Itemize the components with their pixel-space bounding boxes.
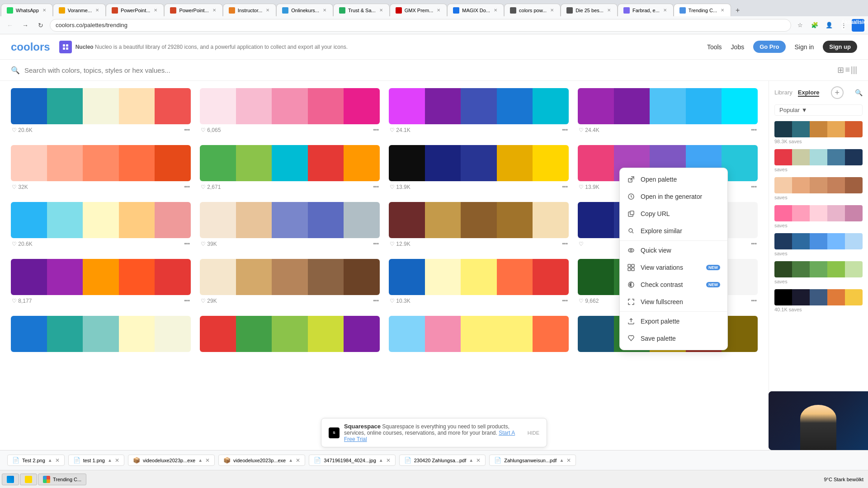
tab-colors[interactable]: colors pow... ✕ (504, 4, 561, 16)
context-menu-copy-url[interactable]: Copy URL (620, 205, 727, 222)
palette-card[interactable]: ♡ 24.1K ••• (389, 88, 569, 136)
update-button[interactable]: Aktualisieren ↻ (852, 19, 864, 32)
tab-close-btn[interactable]: ✕ (322, 7, 327, 14)
context-menu-quick-view[interactable]: Quick view (620, 242, 727, 259)
sidebar-palette-item[interactable]: saves (774, 205, 863, 230)
context-menu-open-palette[interactable]: Open palette (620, 171, 727, 188)
context-menu-view-fullscreen[interactable]: View fullscreen (620, 293, 727, 310)
palette-card[interactable]: ♡ 32K ••• (11, 145, 191, 193)
download-item[interactable]: 📦 videodeluxe2023p...exe ▲ ✕ (128, 455, 215, 466)
palette-card[interactable]: ♡ 39K ••• (200, 202, 380, 250)
sidebar-palette-item[interactable]: saves (774, 233, 863, 258)
tab-trust[interactable]: Trust & Sa... ✕ (333, 4, 390, 16)
sidebar-tab-explore[interactable]: Explore (798, 89, 820, 97)
palette-card[interactable] (200, 316, 380, 352)
download-item[interactable]: 📄 3471961984_4024...jpg ▲ ✕ (309, 455, 396, 466)
download-item[interactable]: 📄 Test 2.png ▲ ✕ (7, 455, 65, 466)
palette-options[interactable]: ••• (562, 184, 568, 190)
tab-farbrad[interactable]: Farbrad, e... ✕ (618, 4, 674, 16)
context-menu-save-palette[interactable]: Save palette (620, 330, 727, 347)
tab-close-btn[interactable]: ✕ (94, 7, 100, 14)
sidebar-palette-item[interactable]: saves (774, 149, 863, 174)
search-input[interactable] (24, 66, 833, 74)
download-item[interactable]: 📄 230420 Zahlungsa...pdf ▲ ✕ (399, 455, 486, 466)
context-menu-explore-similar[interactable]: Explore similar (620, 222, 727, 239)
chevron-up-icon[interactable]: ▲ (379, 458, 383, 463)
close-icon[interactable]: ✕ (476, 457, 481, 464)
sidebar-palette-item[interactable]: saves (774, 177, 863, 202)
compact-view-icon[interactable]: ||| (851, 65, 857, 75)
sidebar-palette-item[interactable]: 98.3K saves (774, 121, 863, 145)
tab-close-btn[interactable]: ✕ (265, 7, 270, 14)
tab-close-btn[interactable]: ✕ (436, 7, 441, 14)
taskbar-chrome[interactable]: Trending C... (38, 474, 86, 485)
tab-close-btn[interactable]: ✕ (212, 7, 217, 14)
chevron-up-icon[interactable]: ▲ (108, 458, 112, 463)
forward-button[interactable]: → (19, 19, 32, 32)
close-icon[interactable]: ✕ (115, 457, 119, 464)
palette-options[interactable]: ••• (751, 298, 757, 304)
download-item[interactable]: 📄 test 1.png ▲ ✕ (68, 455, 124, 466)
tab-magix[interactable]: MAGIX Do... ✕ (447, 4, 504, 16)
palette-options[interactable]: ••• (373, 298, 379, 304)
palette-options[interactable]: ••• (184, 127, 190, 133)
sidebar-search-button[interactable]: 🔍 (855, 89, 863, 96)
tab-voranme[interactable]: Voranme... ✕ (53, 4, 106, 16)
close-icon[interactable]: ✕ (55, 457, 60, 464)
download-item[interactable]: 📄 Zahlungsanweisun...pdf ▲ ✕ (489, 455, 576, 466)
chevron-up-icon[interactable]: ▲ (48, 458, 52, 463)
context-menu-export-palette[interactable]: Export palette (620, 313, 727, 330)
palette-options[interactable]: ••• (751, 184, 757, 190)
sidebar-tab-library[interactable]: Library (774, 89, 793, 97)
close-icon[interactable]: ✕ (205, 457, 210, 464)
tab-close-btn[interactable]: ✕ (493, 7, 498, 14)
nav-tools[interactable]: Tools (707, 43, 722, 51)
tab-close-btn[interactable]: ✕ (153, 7, 158, 14)
list-view-icon[interactable]: ≡ (845, 65, 850, 75)
palette-options[interactable]: ••• (373, 241, 379, 247)
ad-hide-button[interactable]: HIDE (528, 430, 539, 436)
extensions-button[interactable]: 🧩 (808, 19, 821, 32)
palette-card[interactable]: ♡ 10.3K ••• (389, 259, 569, 307)
tab-close-btn[interactable]: ✕ (549, 7, 555, 14)
palette-card[interactable]: ♡ 24.4K ••• (578, 88, 758, 136)
context-menu-open-generator[interactable]: Open in the generator (620, 188, 727, 205)
nav-sign-in[interactable]: Sign in (795, 43, 814, 51)
tab-powerpoint1[interactable]: PowerPoint... ✕ (106, 4, 164, 16)
tab-close-btn[interactable]: ✕ (662, 7, 668, 14)
view-toggle[interactable]: ⊞ ≡ ||| (837, 65, 857, 75)
back-button[interactable]: ← (4, 19, 16, 32)
reload-button[interactable]: ↻ (34, 19, 47, 32)
palette-card[interactable]: ♡ 6,065 ••• (200, 88, 380, 136)
tab-onlinekurs[interactable]: Onlinekurs... ✕ (276, 4, 333, 16)
popular-dropdown[interactable]: Popular ▼ (774, 104, 863, 116)
palette-card[interactable]: ♡ 20.6K ••• (11, 88, 191, 136)
coolors-logo[interactable]: coolors (11, 41, 50, 53)
nav-jobs[interactable]: Jobs (731, 43, 745, 51)
download-item[interactable]: 📦 videodeluxe2023p...exe ▲ ✕ (218, 455, 305, 466)
sidebar-palette-item[interactable]: saves (774, 261, 863, 286)
chevron-up-icon[interactable]: ▲ (198, 458, 203, 463)
palette-options[interactable]: ••• (184, 241, 190, 247)
palette-options[interactable]: ••• (373, 184, 379, 190)
new-tab-button[interactable]: + (731, 5, 744, 16)
close-icon[interactable]: ✕ (386, 457, 391, 464)
palette-options[interactable]: ••• (751, 127, 757, 133)
palette-options[interactable]: ••• (751, 241, 757, 247)
palette-card[interactable]: ♡ 12.9K ••• (389, 202, 569, 250)
sign-up-button[interactable]: Sign up (823, 41, 857, 53)
address-bar[interactable]: coolors.co/palettes/trending (50, 19, 791, 32)
palette-options[interactable]: ••• (184, 298, 190, 304)
palette-card[interactable]: ♡ 2,671 ••• (200, 145, 380, 193)
close-icon[interactable]: ✕ (296, 457, 300, 464)
tab-instructor[interactable]: Instructor... ✕ (223, 4, 276, 16)
tab-close-btn[interactable]: ✕ (42, 7, 47, 14)
palette-options[interactable]: ••• (373, 127, 379, 133)
context-menu-check-contrast[interactable]: Check contrast NEW (620, 276, 727, 293)
add-palette-button[interactable]: + (831, 86, 844, 99)
go-pro-button[interactable]: Go Pro (753, 41, 785, 53)
tab-trending[interactable]: Trending C... ✕ (674, 4, 731, 16)
profile-button[interactable]: 👤 (823, 19, 835, 32)
tab-whatsapp[interactable]: WhatsApp ✕ (1, 4, 53, 16)
palette-card[interactable]: ♡ 20.6K ••• (11, 202, 191, 250)
